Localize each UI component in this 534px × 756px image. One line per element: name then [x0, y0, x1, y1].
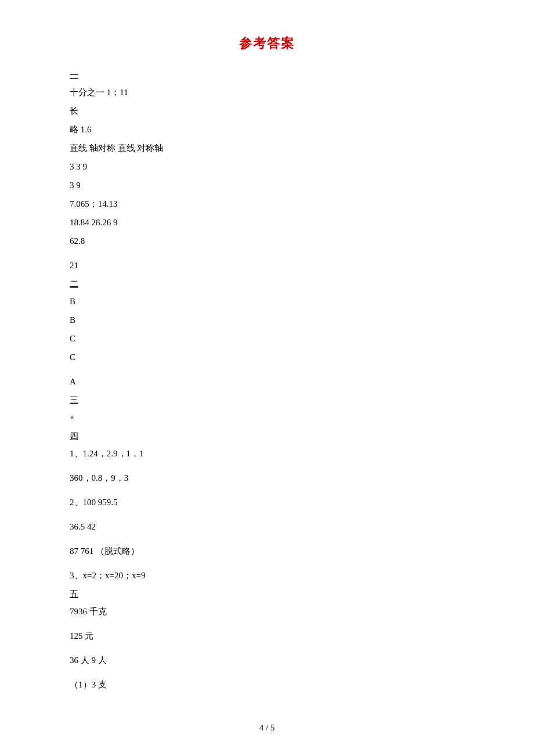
page-container: 参考答案 一十分之一 1；11长略 1.6直线 轴对称 直线 对称轴3 3 93… — [0, 0, 534, 756]
content-line: 7936 千克 — [70, 603, 464, 620]
content-block: 一十分之一 1；11长略 1.6直线 轴对称 直线 对称轴3 3 93 97.0… — [70, 66, 464, 693]
content-line: 十分之一 1；11 — [70, 84, 464, 101]
section-header: 一 — [70, 66, 464, 84]
content-line: 3 9 — [70, 177, 464, 194]
content-line: 36 人 9 人 — [70, 651, 464, 669]
section-header: 三 — [70, 391, 464, 409]
page-footer: 4 / 5 — [0, 723, 534, 733]
content-line: B — [70, 293, 464, 310]
section-header: 二 — [70, 275, 464, 293]
content-line: 直线 轴对称 直线 对称轴 — [70, 139, 464, 157]
empty-line — [70, 621, 464, 627]
empty-line — [70, 670, 464, 676]
page-number: 4 / 5 — [259, 723, 275, 732]
empty-line — [70, 488, 464, 494]
content-line: C — [70, 330, 464, 347]
content-line: 3 3 9 — [70, 158, 464, 175]
empty-line — [70, 367, 464, 373]
content-line: × — [70, 409, 464, 426]
section-header: 五 — [70, 585, 464, 603]
content-line: C — [70, 348, 464, 366]
content-line: 1、1.24，2.9，1，1 — [70, 445, 464, 462]
content-line: 36.5 42 — [70, 518, 464, 535]
content-line: 略 1.6 — [70, 121, 464, 138]
empty-line — [70, 251, 464, 257]
empty-line — [70, 463, 464, 469]
section-header: 四 — [70, 427, 464, 445]
content-line: 125 元 — [70, 627, 464, 645]
content-line: 21 — [70, 257, 464, 274]
content-line: （1）3 支 — [70, 676, 464, 693]
empty-line — [70, 537, 464, 542]
content-line: 62.8 — [70, 232, 464, 250]
content-line: 2、100 959.5 — [70, 494, 464, 511]
content-line: 18.84 28.26 9 — [70, 214, 464, 231]
content-line: 3、x=2；x=20；x=9 — [70, 567, 464, 584]
empty-line — [70, 561, 464, 567]
empty-line — [70, 646, 464, 651]
empty-line — [70, 512, 464, 518]
content-line: 长 — [70, 102, 464, 120]
content-line: A — [70, 373, 464, 390]
page-title: 参考答案 — [70, 35, 464, 52]
content-line: 87 761 （脱式略） — [70, 542, 464, 560]
content-line: B — [70, 311, 464, 329]
content-line: 360，0.8，9，3 — [70, 469, 464, 487]
content-line: 7.065；14.13 — [70, 195, 464, 213]
